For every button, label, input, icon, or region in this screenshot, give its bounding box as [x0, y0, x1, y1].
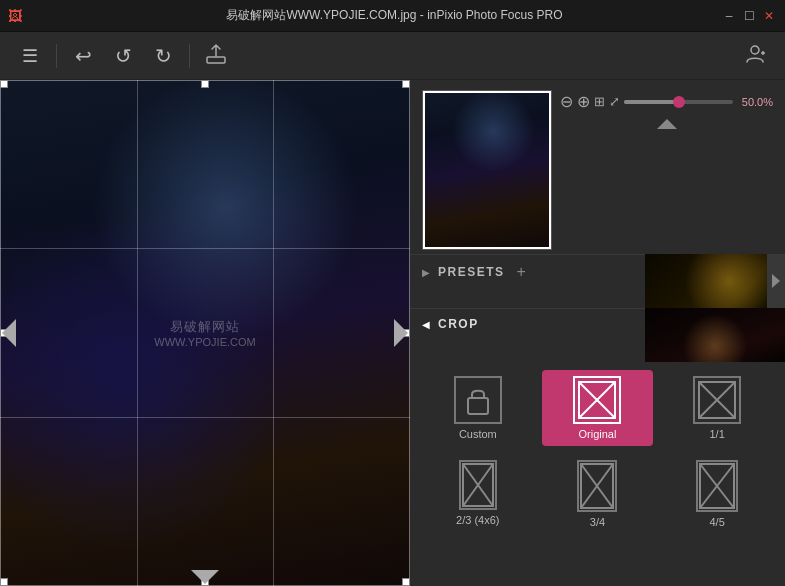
user-icon [744, 43, 766, 69]
crop-handle-tm[interactable] [201, 80, 209, 88]
canvas-area: 易破解网站 WWW.YPOJIE.COM [0, 80, 410, 586]
crop-option-4x5[interactable]: 4/5 [661, 454, 773, 534]
zoom-in-icon[interactable]: ⊕ [577, 92, 590, 111]
redo-button[interactable]: ↻ [145, 38, 181, 74]
menu-icon: ☰ [22, 45, 38, 67]
crop-1x1-icon [693, 376, 741, 424]
undo-button[interactable]: ↩ [65, 38, 101, 74]
crop-3x4-icon [577, 460, 617, 512]
crop-options-row2: 2/3 (4x6) 3/4 [410, 454, 785, 542]
crop-handle-br[interactable] [402, 578, 410, 586]
presets-panel-header[interactable]: ▶ PRESETS + [410, 254, 645, 289]
crop-option-original[interactable]: Original [542, 370, 654, 446]
svg-rect-9 [468, 398, 488, 414]
crop-custom-label: Custom [459, 428, 497, 440]
crop-section: ◀ CROP [410, 308, 785, 542]
svg-point-1 [751, 46, 759, 54]
preview-thumbnail [422, 90, 552, 250]
main-content: 易破解网站 WWW.YPOJIE.COM [0, 80, 785, 586]
canvas-bottom-arrow[interactable] [191, 570, 219, 584]
zoom-slider-fill [624, 100, 679, 104]
redo-icon: ↻ [155, 44, 172, 68]
menu-button[interactable]: ☰ [12, 38, 48, 74]
crop-option-2x3[interactable]: 2/3 (4x6) [422, 454, 534, 534]
svg-marker-8 [772, 274, 780, 288]
svg-marker-6 [191, 570, 219, 584]
crop-original-icon [573, 376, 621, 424]
zoom-fit-icon[interactable]: ⊞ [594, 94, 605, 109]
zoom-out-icon[interactable]: ⊖ [560, 92, 573, 111]
crop-custom-icon [454, 376, 502, 424]
svg-marker-4 [2, 319, 16, 347]
window-title: 易破解网站WWW.YPOJIE.COM.jpg - inPixio Photo … [68, 7, 721, 24]
crop-4x5-label: 4/5 [710, 516, 725, 528]
close-button[interactable]: ✕ [761, 8, 777, 24]
zoom-slider-thumb [673, 96, 685, 108]
crop-title: CROP [438, 317, 479, 331]
crop-options-row1: Custom Original [410, 362, 785, 454]
window-controls: – ☐ ✕ [721, 8, 777, 24]
svg-rect-0 [207, 57, 225, 63]
crop-handle-tr[interactable] [402, 80, 410, 88]
canvas-right-arrow[interactable] [394, 319, 408, 347]
toolbar-divider-2 [189, 44, 190, 68]
crop-original-label: Original [579, 428, 617, 440]
presets-section: ▶ PRESETS + [410, 254, 785, 308]
canvas-image[interactable]: 易破解网站 WWW.YPOJIE.COM [0, 80, 410, 586]
zoom-expand-icon[interactable]: ⤢ [609, 94, 620, 109]
undo-icon: ↩ [75, 44, 92, 68]
crop-option-custom[interactable]: Custom [422, 370, 534, 446]
toolbar: ☰ ↩ ↺ ↻ [0, 32, 785, 80]
crop-3x4-label: 3/4 [590, 516, 605, 528]
undo2-button[interactable]: ↺ [105, 38, 141, 74]
crop-option-1x1[interactable]: 1/1 [661, 370, 773, 446]
crop-4x5-icon [696, 460, 738, 512]
maximize-button[interactable]: ☐ [741, 8, 757, 24]
image-background [0, 80, 410, 586]
app-icon: 🖼 [8, 8, 22, 24]
zoom-slider[interactable] [624, 100, 733, 104]
collapse-button[interactable] [560, 117, 773, 131]
right-panels: ▶ PRESETS + [410, 254, 785, 586]
crop-handle-bl[interactable] [0, 578, 8, 586]
svg-marker-7 [657, 119, 677, 129]
toolbar-divider-1 [56, 44, 57, 68]
minimize-button[interactable]: – [721, 8, 737, 24]
crop-2x3-icon [459, 460, 497, 510]
crop-panel-header[interactable]: ◀ CROP [410, 308, 645, 339]
crop-1x1-label: 1/1 [710, 428, 725, 440]
export-button[interactable] [198, 38, 234, 74]
user-button[interactable] [737, 38, 773, 74]
crop-expand-arrow: ◀ [422, 319, 430, 330]
crop-handle-tl[interactable] [0, 80, 8, 88]
presets-side-preview [645, 254, 785, 308]
presets-next-arrow[interactable] [767, 254, 785, 308]
crop-option-3x4[interactable]: 3/4 [542, 454, 654, 534]
canvas-left-arrow[interactable] [2, 319, 16, 347]
svg-marker-5 [394, 319, 408, 347]
right-panel: ⊖ ⊕ ⊞ ⤢ 50.0% [410, 80, 785, 586]
export-icon [205, 43, 227, 69]
undo2-icon: ↺ [115, 44, 132, 68]
title-bar: 🖼 易破解网站WWW.YPOJIE.COM.jpg - inPixio Phot… [0, 0, 785, 32]
presets-title: PRESETS [438, 265, 505, 279]
presets-collapse-arrow: ▶ [422, 267, 430, 278]
crop-2x3-label: 2/3 (4x6) [456, 514, 499, 526]
zoom-value-label: 50.0% [737, 96, 773, 108]
presets-add-button[interactable]: + [517, 263, 526, 281]
crop-side-preview [645, 308, 785, 362]
